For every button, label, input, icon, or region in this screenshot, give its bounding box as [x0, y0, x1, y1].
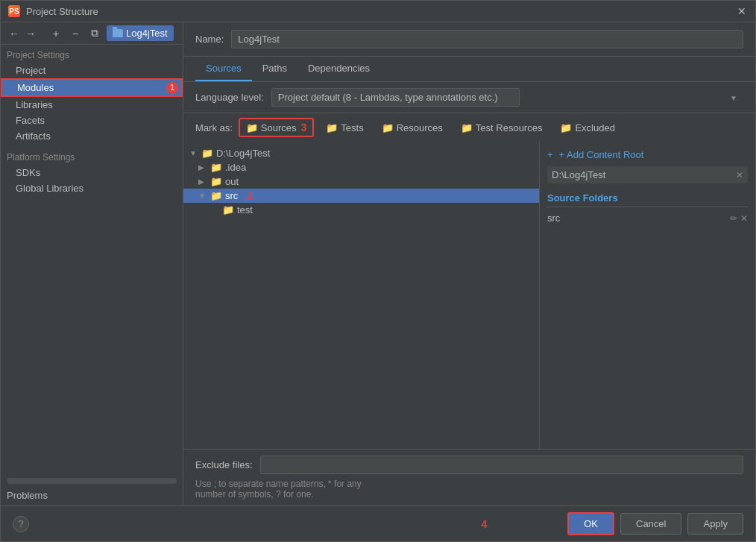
tree-item[interactable]: ▼ 📁 D:\Log4jTest	[183, 146, 539, 160]
cancel-button[interactable]: Cancel	[620, 513, 681, 535]
src-folder-icon: 📁	[210, 190, 222, 201]
add-content-root-button[interactable]: + + Add Content Root	[547, 148, 748, 162]
sidebar-problems[interactable]: Problems	[1, 485, 183, 505]
tree-expand-icon: ▶	[198, 177, 207, 186]
title-bar: PS Project Structure ✕	[1, 1, 755, 22]
test-folder-icon: 📁	[222, 204, 234, 215]
sidebar-toolbar: ← → + − ⧉ Log4jTest	[1, 22, 183, 45]
exclude-files-input[interactable]	[260, 456, 743, 474]
sidebar-item-artifacts[interactable]: Artifacts	[1, 128, 183, 144]
root-folder-icon: 📁	[201, 148, 213, 159]
tab-paths[interactable]: Paths	[252, 57, 297, 81]
modules-badge: 1	[166, 82, 178, 94]
sidebar: ← → + − ⧉ Log4jTest Project Settings Pro…	[1, 22, 183, 505]
remove-source-button[interactable]: ✕	[740, 213, 748, 224]
nav-arrows: ← →	[7, 26, 38, 41]
project-structure-dialog: PS Project Structure ✕ ← → + − ⧉ Log4jTe…	[0, 0, 756, 542]
copy-module-button[interactable]: ⧉	[87, 26, 102, 41]
tree-item-src[interactable]: ▼ 📁 src 2	[183, 189, 539, 203]
mark-as-row: Mark as: 📁 Sources 3 📁 Tests 📁 Resources…	[183, 113, 755, 142]
language-level-select-wrapper: Project default (8 - Lambdas, type annot…	[271, 88, 743, 107]
badge-4: 4	[481, 518, 487, 530]
remove-module-button[interactable]: −	[68, 26, 83, 41]
mark-test-resources-button[interactable]: 📁 Test Resources	[455, 120, 549, 136]
plus-icon: +	[547, 149, 553, 160]
split-pane: ▼ 📁 D:\Log4jTest ▶ 📁 .idea ▶ 📁 out	[183, 142, 755, 449]
language-level-select[interactable]: Project default (8 - Lambdas, type annot…	[271, 88, 520, 107]
exclude-files-row: Exclude files:	[195, 456, 743, 474]
dialog-footer: ? 4 OK Cancel Apply	[1, 505, 755, 541]
mark-as-label: Mark as:	[195, 122, 233, 133]
tree-expand-icon: ▶	[198, 163, 207, 171]
select-arrow-icon: ▼	[730, 93, 737, 101]
content-root-path: D:\Log4jTest ✕	[547, 166, 748, 183]
tree-expand-icon: ▼	[198, 192, 207, 200]
apply-button[interactable]: Apply	[687, 513, 743, 535]
sources-folder-icon: 📁	[246, 122, 258, 133]
back-button[interactable]: ←	[7, 26, 22, 41]
help-button[interactable]: ?	[13, 516, 29, 532]
tab-dependencies[interactable]: Dependencies	[297, 57, 380, 81]
name-label: Name:	[195, 34, 224, 45]
tab-sources[interactable]: Sources	[195, 57, 252, 81]
dialog-title: Project Structure	[26, 6, 730, 17]
close-button[interactable]: ✕	[736, 5, 748, 17]
file-tree: ▼ 📁 D:\Log4jTest ▶ 📁 .idea ▶ 📁 out	[183, 142, 539, 449]
bottom-area: Exclude files: Use ; to separate name pa…	[183, 449, 755, 505]
ok-button[interactable]: OK	[567, 512, 614, 535]
edit-source-button[interactable]: ✏	[730, 213, 737, 224]
mark-tests-button[interactable]: 📁 Tests	[320, 120, 369, 136]
sidebar-item-modules[interactable]: Modules 1	[1, 78, 183, 97]
mark-excluded-button[interactable]: 📁 Excluded	[554, 120, 620, 136]
resources-folder-icon: 📁	[382, 122, 394, 133]
name-input[interactable]	[231, 30, 743, 48]
source-folders-header: Source Folders	[547, 189, 748, 207]
mark-resources-button[interactable]: 📁 Resources	[376, 120, 449, 136]
idea-folder-icon: 📁	[210, 162, 222, 173]
sidebar-item-project[interactable]: Project	[1, 63, 183, 78]
app-icon: PS	[8, 5, 20, 17]
badge-2-inline: 2	[247, 190, 252, 201]
sidebar-item-global-libraries[interactable]: Global Libraries	[1, 180, 183, 196]
main-area: ← → + − ⧉ Log4jTest Project Settings Pro…	[1, 22, 755, 505]
tree-expand-icon: ▼	[189, 149, 198, 157]
badge-3: 3	[301, 122, 307, 133]
test-resources-folder-icon: 📁	[461, 122, 473, 133]
excluded-folder-icon: 📁	[560, 122, 572, 133]
project-settings-header: Project Settings	[1, 48, 183, 63]
remove-content-root-button[interactable]: ✕	[736, 170, 743, 180]
sidebar-item-facets[interactable]: Facets	[1, 113, 183, 128]
source-entry-actions: ✏ ✕	[730, 213, 748, 224]
platform-settings-header: Platform Settings	[1, 150, 183, 165]
exclude-hint-text: Use ; to separate name patterns, * for a…	[195, 479, 494, 500]
name-row: Name:	[183, 22, 755, 57]
module-folder-icon	[113, 29, 123, 37]
right-panel: + + Add Content Root D:\Log4jTest ✕ Sour…	[539, 142, 755, 449]
platform-settings-section: Platform Settings SDKs Global Libraries	[1, 147, 183, 199]
selected-module: Log4jTest	[107, 25, 174, 41]
tree-item[interactable]: ▶ 📁 out	[183, 174, 539, 189]
out-folder-icon: 📁	[210, 176, 222, 187]
sidebar-item-libraries[interactable]: Libraries	[1, 97, 183, 113]
add-module-button[interactable]: +	[48, 26, 63, 41]
tree-item[interactable]: ▶ 📁 .idea	[183, 160, 539, 174]
tabs-row: Sources Paths Dependencies	[183, 57, 755, 82]
content-area: Name: Sources Paths Dependencies Languag…	[183, 22, 755, 505]
language-level-label: Language level:	[195, 92, 264, 103]
sidebar-scrollbar[interactable]	[7, 478, 177, 484]
tree-item[interactable]: 📁 test	[183, 203, 539, 217]
mark-sources-button[interactable]: 📁 Sources 3	[239, 118, 315, 137]
language-level-row: Language level: Project default (8 - Lam…	[183, 82, 755, 113]
project-settings-section: Project Settings Project Modules 1 Libra…	[1, 45, 183, 147]
sidebar-item-sdks[interactable]: SDKs	[1, 165, 183, 180]
tests-folder-icon: 📁	[326, 122, 338, 133]
exclude-files-label: Exclude files:	[195, 459, 253, 470]
source-entry: src ✏ ✕	[547, 210, 748, 226]
forward-button[interactable]: →	[23, 26, 38, 41]
